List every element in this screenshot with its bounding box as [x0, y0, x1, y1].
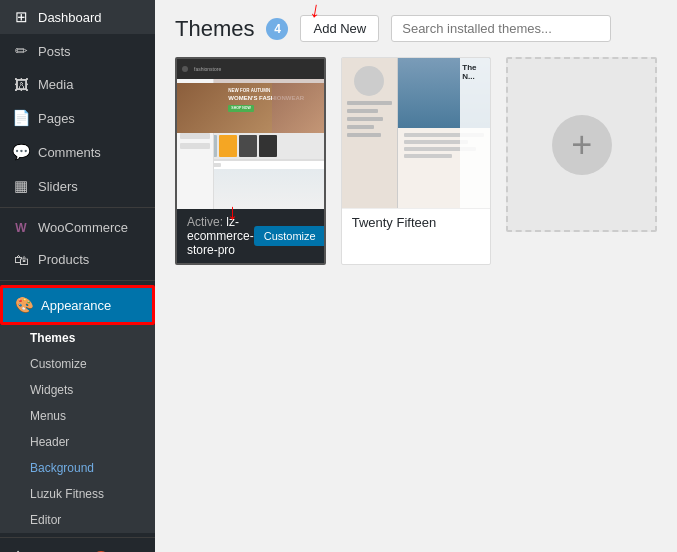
active-theme-label: Active: lz-ecommerce-store-pro	[187, 215, 254, 257]
sidebar-item-woocommerce[interactable]: W WooCommerce	[0, 212, 155, 243]
sidebar-item-label: Appearance	[41, 298, 111, 313]
sidebar-item-media[interactable]: 🖼 Media	[0, 68, 155, 101]
add-theme-card[interactable]: +	[506, 57, 657, 232]
sidebar-item-products[interactable]: 🛍 Products	[0, 243, 155, 276]
submenu-customize[interactable]: Customize	[0, 351, 155, 377]
submenu-luzuk-fitness[interactable]: Luzuk Fitness	[0, 481, 155, 507]
sidebar-item-label: Sliders	[38, 179, 78, 194]
appearance-icon: 🎨	[15, 296, 33, 314]
sidebar-item-label: Posts	[38, 44, 71, 59]
submenu-label: Menus	[30, 409, 66, 423]
sidebar-item-label: Pages	[38, 111, 75, 126]
active-prefix: Active:	[187, 215, 223, 229]
sidebar-item-comments[interactable]: 💬 Comments	[0, 135, 155, 169]
sidebar-item-label: WooCommerce	[38, 220, 128, 235]
sidebar-item-label: Media	[38, 77, 73, 92]
submenu-themes[interactable]: Themes	[0, 325, 155, 351]
sidebar: ⊞ Dashboard ✏ Posts 🖼 Media 📄 Pages 💬 Co…	[0, 0, 155, 552]
partial-theme-label: The N...	[460, 58, 490, 208]
submenu-widgets[interactable]: Widgets	[0, 377, 155, 403]
submenu-label: Customize	[30, 357, 87, 371]
submenu-label: Themes	[30, 331, 75, 345]
themes-grid: fashionstore	[175, 57, 657, 265]
sidebar-item-label: Dashboard	[38, 10, 102, 25]
submenu-header[interactable]: Header	[0, 429, 155, 455]
products-icon: 🛍	[12, 251, 30, 268]
submenu-background[interactable]: Background	[0, 455, 155, 481]
sidebar-item-plugins[interactable]: 🔌 Plugins 1	[0, 542, 155, 552]
search-input[interactable]	[391, 15, 611, 42]
twenty-fifteen-thumbnail: The N...	[342, 58, 491, 208]
sliders-icon: ▦	[12, 177, 30, 195]
page-title: Themes	[175, 16, 254, 42]
sidebar-item-pages[interactable]: 📄 Pages	[0, 101, 155, 135]
add-new-button[interactable]: Add New	[300, 15, 379, 42]
active-theme-bar: Active: lz-ecommerce-store-pro Customize	[177, 209, 324, 263]
sidebar-item-label: Products	[38, 252, 89, 267]
woocommerce-icon: W	[12, 221, 30, 235]
page-header: Themes 4 Add New ↓ Add New Theme	[175, 15, 657, 42]
submenu-editor[interactable]: Editor	[0, 507, 155, 533]
themes-count-badge: 4	[266, 18, 288, 40]
comments-icon: 💬	[12, 143, 30, 161]
submenu-menus[interactable]: Menus	[0, 403, 155, 429]
theme-name-bar: Twenty Fifteen	[342, 208, 491, 236]
sidebar-item-posts[interactable]: ✏ Posts	[0, 34, 155, 68]
submenu-label: Luzuk Fitness	[30, 487, 104, 501]
posts-icon: ✏	[12, 42, 30, 60]
sidebar-item-label: Comments	[38, 145, 101, 160]
submenu-label: Background	[30, 461, 94, 475]
appearance-submenu: Themes Customize Widgets Menus Header Ba…	[0, 325, 155, 533]
submenu-label: Widgets	[30, 383, 73, 397]
active-theme-card[interactable]: fashionstore	[175, 57, 326, 265]
dashboard-icon: ⊞	[12, 8, 30, 26]
pages-icon: 📄	[12, 109, 30, 127]
active-theme-thumbnail: fashionstore	[177, 59, 324, 209]
submenu-label: Editor	[30, 513, 61, 527]
main-content: Themes 4 Add New ↓ Add New Theme fashion…	[155, 0, 677, 552]
sidebar-item-dashboard[interactable]: ⊞ Dashboard	[0, 0, 155, 34]
twenty-fifteen-card[interactable]: The N... Twenty Fifteen	[341, 57, 492, 265]
theme-name: Twenty Fifteen	[352, 215, 437, 230]
submenu-label: Header	[30, 435, 69, 449]
customize-button[interactable]: Customize	[254, 226, 326, 246]
sidebar-item-appearance[interactable]: 🎨 Appearance	[0, 285, 155, 325]
sidebar-item-sliders[interactable]: ▦ Sliders	[0, 169, 155, 203]
add-theme-plus-icon: +	[552, 115, 612, 175]
media-icon: 🖼	[12, 76, 30, 93]
